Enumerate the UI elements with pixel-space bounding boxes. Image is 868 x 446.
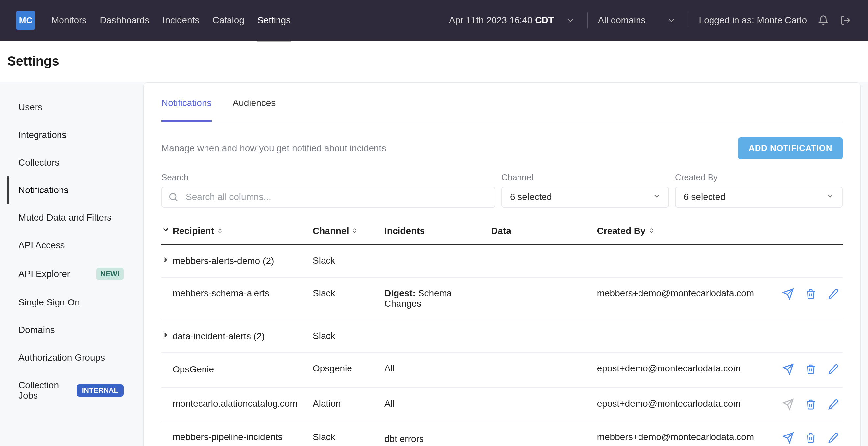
- recipient-name: data-incident-alerts: [173, 331, 251, 341]
- cell-data: [487, 421, 593, 446]
- cell-recipient: mebbers-pipeline-incidents: [161, 421, 309, 446]
- send-icon[interactable]: [782, 432, 794, 444]
- edit-icon[interactable]: [828, 288, 839, 300]
- created-by-filter-label: Created By: [675, 172, 843, 182]
- tab-audiences[interactable]: Audiences: [233, 98, 276, 122]
- nav-link-settings[interactable]: Settings: [257, 12, 291, 42]
- nav-link-incidents[interactable]: Incidents: [162, 12, 199, 29]
- edit-icon[interactable]: [221, 363, 232, 377]
- column-header-channel[interactable]: Channel: [309, 219, 380, 245]
- cell-incidents: dbt errorsFreshness anomaliesVolume anom…: [380, 421, 487, 446]
- sidebar-item-sso[interactable]: Single Sign On: [7, 289, 133, 316]
- column-header-recipient[interactable]: Recipient: [161, 219, 309, 245]
- cell-actions: [758, 320, 843, 352]
- nav-link-monitors[interactable]: Monitors: [51, 12, 87, 29]
- sidebar-item-api-explorer[interactable]: API Explorer NEW!: [7, 259, 133, 289]
- chevron-right-icon[interactable]: [161, 331, 170, 339]
- sidebar-item-collectors[interactable]: Collectors: [7, 149, 133, 176]
- sidebar-item-label: Collection Jobs: [19, 380, 76, 401]
- sidebar-item-users[interactable]: Users: [7, 94, 133, 121]
- chevron-right-icon[interactable]: [161, 255, 170, 264]
- bell-icon[interactable]: [817, 14, 829, 26]
- datetime-display[interactable]: Apr 11th 2023 16:40 CDT: [449, 15, 554, 26]
- logout-icon[interactable]: [840, 14, 851, 26]
- sidebar-item-notifications[interactable]: Notifications: [7, 176, 133, 204]
- page-header: Settings: [0, 41, 868, 82]
- cell-incidents: All: [380, 387, 487, 421]
- cell-data: [487, 387, 593, 421]
- send-icon[interactable]: [782, 288, 794, 300]
- recipient-name: OpsGenie: [173, 364, 214, 374]
- column-header-label: Recipient: [173, 226, 214, 236]
- sidebar-item-label: API Explorer: [19, 269, 70, 279]
- sort-icon: [217, 226, 223, 236]
- cell-incidents: [380, 320, 487, 352]
- column-header-label: Channel: [313, 226, 349, 236]
- delete-icon[interactable]: [805, 288, 816, 300]
- send-icon[interactable]: [782, 363, 794, 375]
- sidebar-item-api-access[interactable]: API Access: [7, 232, 133, 259]
- table-row: data-incident-alerts(2)Slack: [161, 320, 843, 352]
- domain-selector-label: All domains: [598, 15, 646, 26]
- table-row: OpsGenieOpsgenieAllepost+demo@montecarlo…: [161, 352, 843, 387]
- send-icon[interactable]: [782, 399, 794, 410]
- cell-created-by: [593, 245, 758, 277]
- column-header-label: Data: [491, 226, 511, 236]
- edit-icon[interactable]: [828, 432, 839, 443]
- delete-icon[interactable]: [805, 364, 816, 375]
- search-input[interactable]: [161, 186, 495, 208]
- datetime-tz: CDT: [535, 15, 554, 25]
- chevron-down-icon[interactable]: [564, 14, 577, 26]
- sidebar-item-domains[interactable]: Domains: [7, 316, 133, 344]
- notifications-card: Notifications Audiences Manage when and …: [143, 82, 861, 446]
- cell-data: [487, 320, 593, 352]
- cell-created-by: epost+demo@montecarlodata.com: [593, 387, 758, 421]
- tab-notifications[interactable]: Notifications: [161, 98, 212, 122]
- edit-icon[interactable]: [828, 399, 839, 410]
- column-header-label: Incidents: [384, 226, 425, 236]
- table-row: mebbers-pipeline-incidentsSlackdbt error…: [161, 421, 843, 446]
- delete-icon[interactable]: [805, 432, 816, 443]
- delete-icon[interactable]: [805, 399, 816, 410]
- column-header-actions: [758, 219, 843, 245]
- cell-incidents: All: [380, 352, 487, 387]
- sidebar-item-label: Collectors: [19, 157, 59, 168]
- cell-recipient: data-incident-alerts(2): [161, 320, 309, 352]
- cell-channel: Opsgenie: [309, 352, 380, 387]
- chevron-down-icon: [161, 225, 170, 236]
- sidebar-item-label: Notifications: [19, 185, 69, 196]
- column-header-incidents[interactable]: Incidents: [380, 219, 487, 245]
- cell-channel: Alation: [309, 387, 380, 421]
- datetime-text: Apr 11th 2023 16:40: [449, 15, 535, 25]
- nav-link-catalog[interactable]: Catalog: [212, 12, 244, 29]
- sidebar-item-auth-groups[interactable]: Authorization Groups: [7, 344, 133, 372]
- sidebar-item-collection-jobs[interactable]: Collection Jobs INTERNAL: [7, 372, 133, 410]
- badge-internal: INTERNAL: [76, 384, 124, 397]
- cell-recipient: montecarlo.alationcatalog.com: [161, 387, 309, 421]
- sort-icon: [648, 226, 655, 236]
- notifications-table: Recipient Channel Incidents Data: [161, 219, 843, 446]
- subhead-text: Manage when and how you get notified abo…: [161, 143, 386, 154]
- cell-data: [487, 245, 593, 277]
- recipient-name: mebbers-pipeline-incidents: [173, 432, 283, 442]
- app-logo[interactable]: MC: [17, 11, 35, 30]
- cell-actions: [758, 245, 843, 277]
- channel-filter-select[interactable]: 6 selected: [501, 186, 669, 208]
- column-header-data[interactable]: Data: [487, 219, 593, 245]
- recipient-count: (2): [253, 331, 265, 341]
- channel-filter-label: Channel: [501, 172, 669, 182]
- nav-links: Monitors Dashboards Incidents Catalog Se…: [51, 12, 291, 29]
- table-row: mebbers-alerts-demo(2)Slack: [161, 245, 843, 277]
- created-by-filter-select[interactable]: 6 selected: [675, 186, 843, 208]
- recipient-name: montecarlo.alationcatalog.com: [173, 399, 298, 409]
- column-header-created-by[interactable]: Created By: [593, 219, 758, 245]
- add-notification-button[interactable]: ADD NOTIFICATION: [738, 137, 843, 159]
- sidebar-item-muted[interactable]: Muted Data and Filters: [7, 204, 133, 232]
- sidebar-item-integrations[interactable]: Integrations: [7, 121, 133, 149]
- edit-icon[interactable]: [828, 364, 839, 375]
- sidebar-item-label: API Access: [19, 240, 65, 250]
- cell-actions: [758, 352, 843, 387]
- domain-selector[interactable]: All domains: [598, 14, 677, 26]
- nav-link-dashboards[interactable]: Dashboards: [100, 12, 149, 29]
- top-nav: MC Monitors Dashboards Incidents Catalog…: [0, 0, 868, 41]
